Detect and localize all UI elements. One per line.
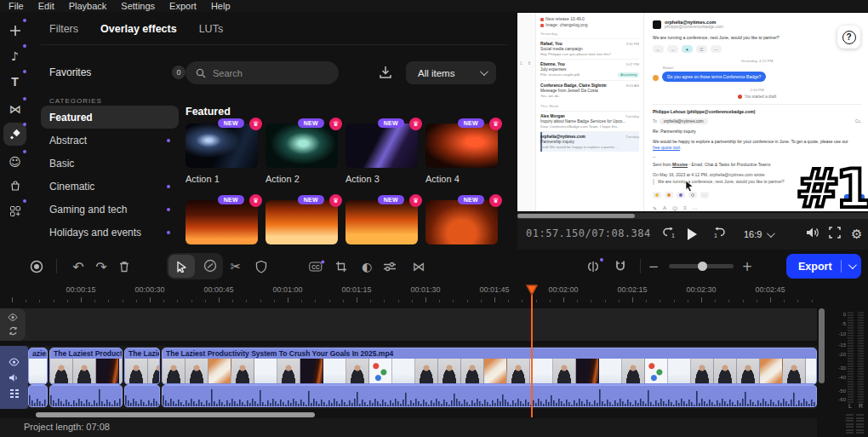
- playhead-handle[interactable]: [526, 285, 538, 296]
- effect-thumbnail[interactable]: NEW♛: [425, 124, 498, 168]
- transitions-icon[interactable]: ⋈: [3, 97, 26, 120]
- subtitles-button[interactable]: CC: [309, 262, 322, 271]
- search-input[interactable]: [213, 68, 323, 78]
- search-box[interactable]: [186, 61, 339, 84]
- email-list-item[interactable]: Rafael, You3:50 PMSocial media campaignH…: [540, 38, 639, 59]
- scrollbar-thumb[interactable]: [517, 214, 635, 218]
- timeline-clip[interactable]: The Laziest Product: [49, 348, 123, 385]
- audio-clip[interactable]: [124, 385, 160, 407]
- add-transition-button[interactable]: ⋈: [413, 259, 425, 274]
- effect-thumbnail[interactable]: NEW♛: [186, 200, 258, 244]
- audio-icon[interactable]: ♪: [3, 44, 26, 67]
- category-abstract[interactable]: Abstract: [41, 129, 179, 152]
- tab-luts[interactable]: LUTs: [199, 23, 223, 35]
- effect-thumbnail[interactable]: NEW♛: [266, 124, 338, 168]
- label-tag: Accounting: [618, 72, 639, 78]
- category-gaming-and-tech[interactable]: Gaming and tech: [41, 198, 179, 221]
- items-filter-dropdown[interactable]: All items: [406, 61, 496, 84]
- preview-settings-gear-icon[interactable]: ⚙: [851, 227, 862, 242]
- tab-overlay-effects[interactable]: Overlay effects: [100, 23, 177, 35]
- ruler-tick: [260, 300, 261, 302]
- slip-tool-button[interactable]: [203, 258, 218, 277]
- category-basic[interactable]: Basic: [41, 152, 179, 175]
- effect-thumbnail[interactable]: NEW♛: [345, 200, 418, 244]
- menu-help[interactable]: Help: [211, 1, 231, 11]
- effect-thumbnail[interactable]: NEW♛: [266, 200, 338, 244]
- preview-scrollbar[interactable]: [517, 213, 868, 219]
- ruler-tick: [136, 300, 137, 302]
- track-visibility-eye-icon[interactable]: [8, 313, 18, 321]
- timeline-horizontal-scrollbar[interactable]: [36, 412, 315, 417]
- clip-thumb: [599, 359, 622, 383]
- video-preview[interactable]: 1 6 New release 10.49.0 Image: changelog…: [517, 7, 868, 211]
- menu-export[interactable]: Export: [169, 1, 197, 11]
- effects-icon[interactable]: [3, 123, 26, 146]
- email-list-item[interactable]: Alex MorganTuesdayInquiry about Name Bad…: [540, 111, 639, 131]
- timeline-ruler[interactable]: 00:00:1500:00:3000:00:4500:01:0000:01:15…: [0, 283, 825, 307]
- snap-magnet-button[interactable]: [614, 260, 626, 273]
- email-list-item[interactable]: Etienne, You3:47 PMJuly expensesFile: in…: [540, 59, 639, 80]
- playhead-line[interactable]: [531, 294, 533, 417]
- zoom-in-button[interactable]: +: [742, 259, 753, 274]
- clip-title: The Lazie: [125, 348, 159, 359]
- aspect-ratio-dropdown[interactable]: 16:9: [744, 229, 773, 239]
- detach-audio-button[interactable]: [586, 261, 600, 273]
- overlay-track[interactable]: [0, 308, 817, 341]
- clip-thumb: [622, 359, 645, 383]
- shield-mask-button[interactable]: [255, 260, 267, 273]
- audio-clip[interactable]: [162, 385, 817, 407]
- category-cinematic[interactable]: Cinematic: [41, 175, 179, 198]
- delete-button[interactable]: [118, 260, 130, 273]
- vertical-scrollbar[interactable]: [819, 308, 825, 383]
- video-track[interactable]: aziestThe Laziest ProductThe LazieThe La…: [0, 346, 817, 409]
- audio-clip[interactable]: [49, 385, 123, 407]
- favorites-row[interactable]: Favorites 0: [49, 66, 186, 79]
- ruler-tick: [701, 297, 702, 302]
- timeline-clip[interactable]: The Laziest Productivity System To Crush…: [162, 348, 817, 385]
- crop-button[interactable]: [335, 261, 347, 273]
- timeline-clip[interactable]: aziest: [28, 348, 48, 385]
- filters-sliders-button[interactable]: [383, 262, 397, 272]
- track-options-icon[interactable]: [9, 389, 20, 398]
- store-icon[interactable]: [3, 174, 26, 197]
- previous-frame-button[interactable]: 1: [662, 227, 677, 243]
- track-sync-icon[interactable]: [9, 326, 18, 336]
- menu-edit[interactable]: Edit: [38, 1, 54, 11]
- menu-file[interactable]: File: [9, 1, 24, 11]
- menu-settings[interactable]: Settings: [121, 1, 155, 11]
- category-holidays-and-events[interactable]: Holidays and events: [41, 221, 179, 244]
- svg-text:1: 1: [714, 233, 717, 239]
- email-list-item[interactable]: Conference Badge, Claire Sighrim8:03 AMM…: [540, 80, 639, 101]
- slider-handle[interactable]: [698, 262, 707, 271]
- zoom-out-button[interactable]: −: [648, 259, 660, 274]
- track-mute-speaker-icon[interactable]: [9, 373, 20, 382]
- audio-clip[interactable]: [28, 385, 48, 407]
- volume-icon[interactable]: [806, 227, 819, 242]
- menu-playback[interactable]: Playback: [69, 1, 107, 11]
- add-media-icon[interactable]: [3, 19, 26, 42]
- track-visibility-eye-icon[interactable]: [9, 358, 20, 366]
- redo-button[interactable]: ↷: [95, 258, 106, 274]
- undo-button[interactable]: ↶: [72, 258, 83, 274]
- next-frame-button[interactable]: 1: [711, 227, 726, 243]
- text-tool-icon[interactable]: T: [3, 70, 26, 93]
- effect-thumbnail[interactable]: NEW♛: [345, 124, 418, 168]
- category-featured[interactable]: Featured: [41, 106, 179, 129]
- select-tool-button[interactable]: [168, 255, 195, 278]
- fullscreen-icon[interactable]: [829, 227, 841, 242]
- play-button[interactable]: [688, 228, 697, 240]
- export-button[interactable]: Export: [786, 254, 861, 279]
- download-icon[interactable]: [378, 65, 395, 82]
- timeline-zoom-slider[interactable]: [669, 264, 734, 268]
- effect-thumbnail[interactable]: NEW♛: [425, 200, 498, 244]
- record-button[interactable]: [30, 260, 43, 273]
- color-adjust-button[interactable]: ◐: [362, 260, 372, 273]
- more-tools-icon[interactable]: [3, 199, 26, 222]
- stickers-icon[interactable]: ☺: [3, 150, 26, 173]
- split-scissors-button[interactable]: ✂: [231, 259, 242, 274]
- tab-filters[interactable]: Filters: [49, 23, 78, 35]
- db-scale-label: -5: [842, 321, 846, 326]
- effect-thumbnail[interactable]: NEW♛: [186, 124, 258, 168]
- email-list-item[interactable]: orphelia@nytimes.comTuesdayPartnership i…: [540, 131, 639, 152]
- timeline-clip[interactable]: The Lazie: [124, 348, 160, 385]
